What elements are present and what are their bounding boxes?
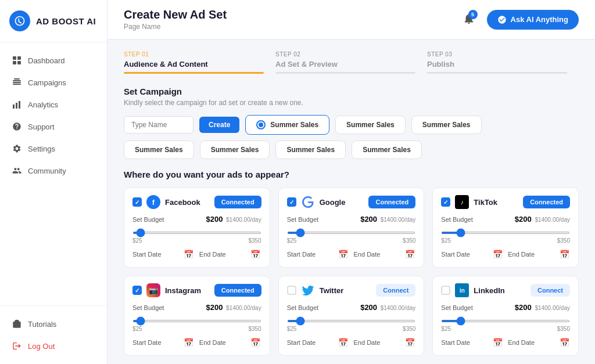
linkedin-start-date-label: Start Date [441, 339, 487, 346]
twitter-end-date-picker[interactable]: 📅 [404, 337, 415, 348]
ask-ai-button[interactable]: Ask AI Anything [487, 10, 579, 30]
instagram-slider-min: $25 [132, 326, 142, 332]
instagram-checkbox[interactable] [132, 286, 142, 295]
google-budget-amount: $200 $1400.00/day [360, 215, 415, 224]
tiktok-date-row: Start Date 📅 End Date 📅 [441, 248, 570, 260]
instagram-budget-slider[interactable] [132, 320, 261, 322]
campaign-card-1[interactable]: Summer Sales [245, 115, 329, 135]
svg-rect-10 [19, 101, 20, 109]
facebook-name: Facebook [165, 198, 210, 207]
sidebar-item-label: Log Out [28, 342, 55, 351]
tiktok-start-date-picker[interactable]: 📅 [492, 248, 503, 260]
platform-card-facebook: f Facebook Connected Set Budget $200 $14… [124, 188, 270, 268]
svg-rect-4 [13, 80, 21, 81]
step-3-name: Publish [427, 60, 567, 69]
sidebar: AD BOOST AI Dashboard Campaigns Analytic… [0, 0, 107, 364]
svg-rect-9 [16, 103, 17, 109]
facebook-slider-container: $25 $350 [132, 227, 261, 244]
page-title: Create New Ad Set [124, 8, 227, 21]
google-checkbox[interactable] [287, 197, 296, 207]
twitter-slider-range: $25 $350 [287, 326, 416, 332]
twitter-date-row: Start Date 📅 End Date 📅 [287, 337, 416, 348]
linkedin-end-date-picker[interactable]: 📅 [558, 337, 570, 348]
linkedin-logo-icon: in [455, 283, 469, 297]
twitter-start-date-picker[interactable]: 📅 [338, 337, 349, 348]
notification-badge: 5 [468, 10, 478, 19]
sidebar-item-logout[interactable]: Log Out [0, 335, 107, 357]
campaign-card-7[interactable]: Summer Sales [352, 140, 422, 159]
instagram-start-date-picker[interactable]: 📅 [183, 337, 195, 348]
sidebar-item-settings[interactable]: Settings [0, 138, 107, 160]
twitter-end-date-label: End Date [354, 339, 400, 346]
step-1-name: Audience & Ad Content [124, 60, 264, 69]
notification-button[interactable]: 5 [459, 9, 479, 30]
tiktok-logo-icon: ♪ [455, 195, 469, 209]
linkedin-budget-slider[interactable] [441, 320, 570, 322]
svg-rect-8 [13, 104, 15, 109]
platform-card-tiktok: ♪ TikTok Connected Set Budget $200 $1400… [432, 188, 579, 268]
twitter-budget-slider[interactable] [287, 320, 416, 322]
tiktok-status-button[interactable]: Connected [523, 196, 570, 208]
linkedin-checkbox[interactable] [441, 286, 450, 295]
app-name: AD BOOST AI [36, 16, 96, 26]
linkedin-date-row: Start Date 📅 End Date 📅 [441, 337, 570, 348]
settings-icon [12, 143, 22, 154]
campaign-card-label: Summer Sales [286, 146, 335, 154]
sidebar-item-support[interactable]: Support [0, 116, 107, 138]
linkedin-start-date-picker[interactable]: 📅 [492, 337, 503, 348]
tiktok-budget-slider[interactable] [441, 232, 570, 234]
instagram-end-date-picker[interactable]: 📅 [250, 337, 261, 348]
instagram-slider-container: $25 $350 [132, 315, 261, 332]
facebook-budget-slider[interactable] [132, 232, 261, 234]
sidebar-item-label: Analytics [28, 100, 58, 109]
campaign-card-4[interactable]: Summer Sales [124, 140, 194, 159]
campaign-card-label: Summer Sales [346, 121, 395, 129]
step-2-name: Ad Set & Preview [275, 60, 415, 69]
campaign-card-6[interactable]: Summer Sales [275, 140, 346, 159]
instagram-slider-max: $350 [248, 326, 261, 332]
campaign-card-3[interactable]: Summer Sales [411, 116, 482, 134]
sidebar-item-dashboard[interactable]: Dashboard [0, 49, 107, 71]
google-end-date-picker[interactable]: 📅 [404, 248, 415, 260]
twitter-checkbox[interactable] [287, 286, 296, 295]
sidebar-item-community[interactable]: Community [0, 160, 107, 182]
main-scroll-area: STEP 01 Audience & Ad Content STEP 02 Ad… [107, 39, 595, 364]
twitter-status-button[interactable]: Connect [376, 284, 415, 297]
linkedin-budget-amount: $200 $1400.00/day [515, 303, 570, 312]
campaign-card-label: Summer Sales [211, 146, 259, 154]
tiktok-slider-max: $350 [557, 237, 570, 244]
tiktok-checkbox[interactable] [441, 197, 450, 207]
facebook-checkbox[interactable] [132, 197, 142, 207]
platform-header-facebook: f Facebook Connected [132, 195, 261, 209]
linkedin-slider-min: $25 [441, 326, 451, 332]
tiktok-end-date-picker[interactable]: 📅 [558, 248, 570, 260]
main-nav: Dashboard Campaigns Analytics Support Se… [0, 42, 107, 305]
platform-header-instagram: 📷 Instagram Connected [132, 283, 261, 297]
linkedin-name: LinkedIn [474, 286, 526, 295]
platform-card-linkedin: in LinkedIn Connect Set Budget $200 $140… [432, 276, 579, 356]
facebook-start-date-picker[interactable]: 📅 [183, 248, 195, 260]
step-3-bar [427, 72, 567, 74]
type-name-input[interactable] [124, 116, 193, 134]
google-budget-slider[interactable] [287, 232, 416, 234]
campaign-card-5[interactable]: Summer Sales [200, 140, 270, 159]
twitter-logo [301, 283, 315, 297]
campaign-card-2[interactable]: Summer Sales [335, 116, 406, 134]
tiktok-end-date-label: End Date [508, 251, 554, 258]
campaign-row-2: Summer Sales Summer Sales Summer Sales S… [124, 140, 579, 159]
instagram-status-button[interactable]: Connected [214, 284, 261, 297]
tutorials-icon [12, 319, 22, 329]
create-campaign-button[interactable]: Create [199, 117, 239, 133]
sidebar-item-campaigns[interactable]: Campaigns [0, 71, 107, 93]
page-header: Create New Ad Set Page Name 5 Ask AI Any… [107, 0, 595, 39]
sidebar-item-tutorials[interactable]: Tutorials [0, 313, 107, 335]
facebook-end-date-picker[interactable]: 📅 [250, 248, 261, 260]
linkedin-status-button[interactable]: Connect [531, 284, 570, 297]
facebook-status-button[interactable]: Connected [214, 196, 261, 208]
google-start-date-picker[interactable]: 📅 [338, 248, 349, 260]
platforms-section-title: Where do you want your ads to appear? [124, 170, 579, 179]
instagram-budget-row: Set Budget $200 $1400.00/day [132, 303, 261, 312]
google-status-button[interactable]: Connected [368, 196, 415, 208]
sidebar-item-analytics[interactable]: Analytics [0, 93, 107, 116]
google-budget-label: Set Budget [287, 216, 318, 223]
